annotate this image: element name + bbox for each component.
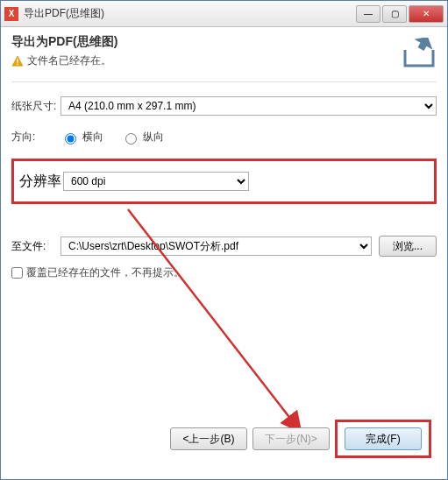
window-title: 导出PDF(思维图) [24,6,356,21]
orientation-portrait[interactable]: 纵向 [121,130,164,145]
titlebar: X 导出PDF(思维图) — ▢ ✕ [1,1,447,27]
next-button: 下一步(N)> [252,427,330,450]
overwrite-label: 覆盖已经存在的文件，不再提示。 [26,265,184,280]
svg-rect-0 [17,59,18,62]
orientation-row: 方向: 横向 纵向 [11,130,437,145]
portrait-radio[interactable] [125,133,137,145]
window-controls: — ▢ ✕ [356,5,444,23]
warning-icon [11,55,24,67]
warning-row: 文件名已经存在。 [11,53,117,68]
orientation-label: 方向: [11,130,60,145]
close-button[interactable]: ✕ [409,5,444,23]
file-row: 至文件: C:\Users\zrt\Desktop\SWOT分析.pdf 浏览.… [11,236,437,257]
maximize-button[interactable]: ▢ [382,5,407,23]
orientation-landscape[interactable]: 横向 [60,130,103,145]
overwrite-checkbox[interactable] [11,267,23,279]
file-path-select[interactable]: C:\Users\zrt\Desktop\SWOT分析.pdf [60,236,372,256]
divider [11,81,437,82]
resolution-label: 分辨率 [19,173,63,191]
page-title: 导出为PDF(思维图) [11,34,117,50]
resolution-select[interactable]: 600 dpi [63,172,249,191]
button-bar: <上一步(B) 下一步(N)> 完成(F) [170,420,431,458]
finish-button[interactable]: 完成(F) [345,427,422,450]
paper-size-label: 纸张尺寸: [11,99,60,114]
finish-highlight: 完成(F) [335,420,431,458]
overwrite-row[interactable]: 覆盖已经存在的文件，不再提示。 [11,265,437,280]
landscape-label: 横向 [82,130,103,145]
back-button[interactable]: <上一步(B) [170,427,247,450]
portrait-label: 纵向 [143,130,164,145]
paper-size-select[interactable]: A4 (210.0 mm x 297.1 mm) [60,96,437,116]
dialog-content: 导出为PDF(思维图) 文件名已经存在。 纸张尺寸: A4 (210.0 mm … [1,27,447,479]
paper-size-row: 纸张尺寸: A4 (210.0 mm x 297.1 mm) [11,96,437,116]
landscape-radio[interactable] [65,133,76,145]
app-icon: X [4,7,18,21]
svg-rect-1 [17,63,18,64]
resolution-highlight: 分辨率 600 dpi [11,159,437,204]
file-label: 至文件: [11,239,53,254]
browse-button[interactable]: 浏览... [379,236,437,257]
dialog-window: X 导出PDF(思维图) — ▢ ✕ 导出为PDF(思维图) 文件名已经存在。 … [0,0,448,480]
minimize-button[interactable]: — [356,5,380,23]
warning-text: 文件名已经存在。 [27,53,111,68]
export-icon [402,38,437,69]
